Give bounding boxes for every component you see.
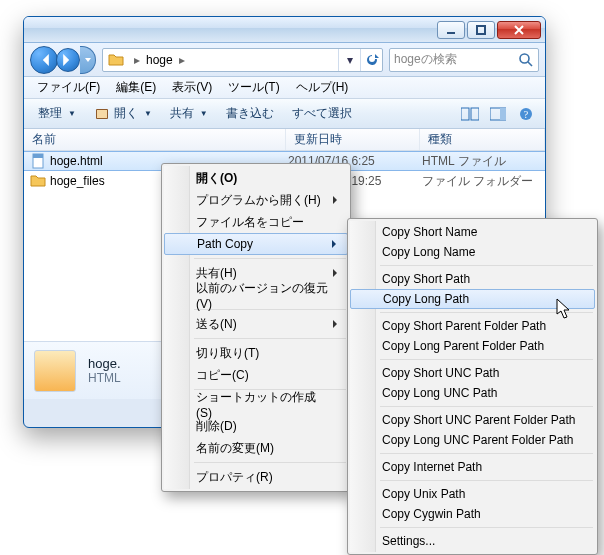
column-date[interactable]: 更新日時: [286, 129, 420, 150]
menu-separator: [380, 406, 593, 407]
svg-rect-8: [500, 108, 506, 120]
burn-button[interactable]: 書き込む: [218, 102, 282, 126]
thumbnail: [34, 350, 76, 392]
menu-item[interactable]: 送る(N): [164, 313, 348, 335]
preview-pane-button[interactable]: [485, 102, 511, 126]
svg-rect-5: [461, 108, 469, 120]
context-menu: 開く(O)プログラムから開く(H)ファイル名をコピーPath Copy共有(H)…: [161, 163, 351, 492]
menu-item[interactable]: ツール(T): [221, 77, 286, 98]
address-bar[interactable]: ▸ hoge ▸ ▾: [102, 48, 383, 72]
column-name[interactable]: 名前: [24, 129, 286, 150]
submenu-item[interactable]: Copy Long Path: [350, 289, 595, 309]
menu-item[interactable]: プログラムから開く(H): [164, 189, 348, 211]
menu-item[interactable]: 編集(E): [109, 77, 163, 98]
column-kind[interactable]: 種類: [420, 129, 545, 150]
menu-item[interactable]: 削除(D): [164, 415, 348, 437]
menu-item[interactable]: Path Copy: [164, 233, 348, 255]
details-filename: hoge.: [88, 356, 121, 371]
forward-button[interactable]: [56, 48, 80, 72]
menu-separator: [380, 480, 593, 481]
menu-separator: [194, 258, 346, 259]
menu-item[interactable]: ファイル(F): [30, 77, 107, 98]
address-dropdown[interactable]: ▾: [338, 49, 360, 71]
submenu-item[interactable]: Copy Cygwin Path: [350, 504, 595, 524]
menu-separator: [380, 312, 593, 313]
folder-icon: [107, 51, 125, 69]
titlebar: [24, 17, 545, 43]
view-layout-button[interactable]: [457, 102, 483, 126]
menu-item[interactable]: 以前のバージョンの復元(V): [164, 284, 348, 306]
svg-rect-4: [97, 110, 107, 118]
svg-rect-6: [471, 108, 479, 120]
nav-buttons: [30, 46, 96, 74]
menu-separator: [380, 527, 593, 528]
submenu-item[interactable]: Copy Unix Path: [350, 484, 595, 504]
submenu-item[interactable]: Copy Short Parent Folder Path: [350, 316, 595, 336]
svg-rect-0: [447, 32, 455, 34]
svg-rect-12: [33, 154, 43, 158]
menu-separator: [194, 462, 346, 463]
search-box[interactable]: hogeの検索: [389, 48, 539, 72]
share-button[interactable]: 共有▼: [162, 102, 216, 126]
close-button[interactable]: [497, 21, 541, 39]
svg-point-2: [520, 54, 529, 63]
submenu-item[interactable]: Copy Long Parent Folder Path: [350, 336, 595, 356]
search-icon: [518, 52, 534, 68]
context-submenu: Copy Short NameCopy Long NameCopy Short …: [347, 218, 598, 555]
select-all-button[interactable]: すべて選択: [284, 102, 360, 126]
nav-row: ▸ hoge ▸ ▾ hogeの検索: [24, 43, 545, 77]
breadcrumb-sep: ▸: [129, 53, 145, 67]
menu-item[interactable]: ヘルプ(H): [289, 77, 356, 98]
help-button[interactable]: ?: [513, 102, 539, 126]
column-headers: 名前 更新日時 種類: [24, 129, 545, 151]
submenu-item[interactable]: Copy Short Name: [350, 222, 595, 242]
menubar: ファイル(F)編集(E)表示(V)ツール(T)ヘルプ(H): [24, 77, 545, 99]
file-kind: ファイル フォルダー: [422, 173, 545, 190]
search-placeholder: hogeの検索: [394, 51, 457, 68]
menu-separator: [194, 338, 346, 339]
open-button[interactable]: 開く▼: [86, 102, 160, 126]
menu-separator: [380, 265, 593, 266]
organize-button[interactable]: 整理▼: [30, 102, 84, 126]
minimize-button[interactable]: [437, 21, 465, 39]
menu-item[interactable]: 表示(V): [165, 77, 219, 98]
html-file-icon: [30, 153, 46, 169]
menu-item[interactable]: 名前の変更(M): [164, 437, 348, 459]
history-dropdown[interactable]: [80, 46, 96, 74]
submenu-item[interactable]: Copy Short UNC Parent Folder Path: [350, 410, 595, 430]
menu-item[interactable]: ファイル名をコピー: [164, 211, 348, 233]
breadcrumb-sep: ▸: [174, 53, 190, 67]
menu-item[interactable]: コピー(C): [164, 364, 348, 386]
submenu-item[interactable]: Copy Short Path: [350, 269, 595, 289]
breadcrumb[interactable]: hoge: [145, 53, 174, 67]
menu-separator: [380, 453, 593, 454]
folder-icon: [30, 173, 46, 189]
details-filetype: HTML: [88, 371, 121, 385]
submenu-item[interactable]: Copy Long UNC Path: [350, 383, 595, 403]
submenu-item[interactable]: Copy Long Name: [350, 242, 595, 262]
refresh-button[interactable]: [360, 49, 382, 71]
back-button[interactable]: [30, 46, 58, 74]
toolbar: 整理▼ 開く▼ 共有▼ 書き込む すべて選択 ?: [24, 99, 545, 129]
menu-item[interactable]: 切り取り(T): [164, 342, 348, 364]
menu-item[interactable]: 開く(O): [164, 167, 348, 189]
svg-rect-1: [477, 26, 485, 34]
svg-text:?: ?: [524, 109, 529, 120]
menu-separator: [380, 359, 593, 360]
maximize-button[interactable]: [467, 21, 495, 39]
submenu-item[interactable]: Copy Long UNC Parent Folder Path: [350, 430, 595, 450]
submenu-item[interactable]: Copy Short UNC Path: [350, 363, 595, 383]
submenu-item[interactable]: Copy Internet Path: [350, 457, 595, 477]
submenu-item[interactable]: Settings...: [350, 531, 595, 551]
menu-item[interactable]: ショートカットの作成(S): [164, 393, 348, 415]
menu-item[interactable]: プロパティ(R): [164, 466, 348, 488]
file-kind: HTML ファイル: [422, 153, 545, 170]
